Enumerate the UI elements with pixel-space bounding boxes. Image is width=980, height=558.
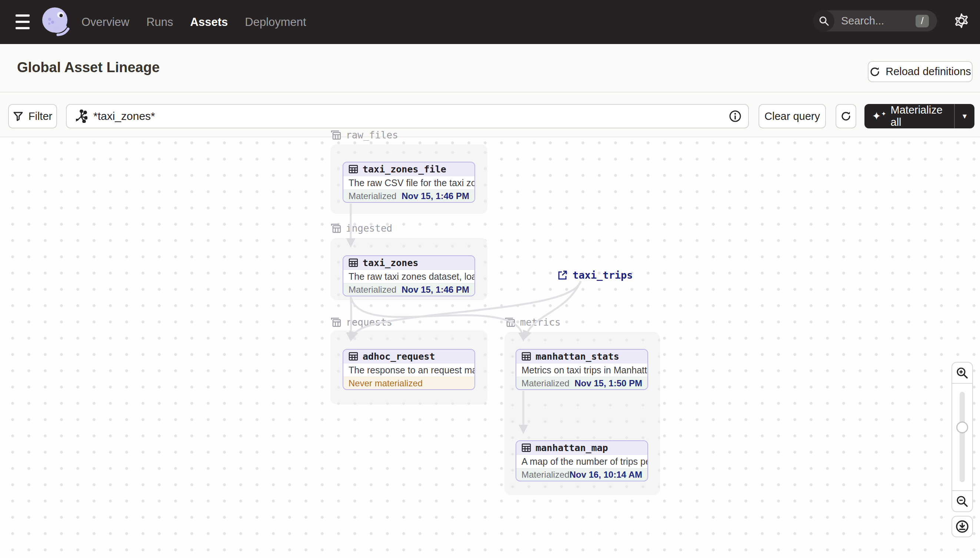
status-label: Materialized — [349, 284, 396, 295]
reload-definitions-button[interactable]: Reload definitions — [868, 61, 973, 82]
asset-node-taxi_zones_file[interactable]: taxi_zones_file The raw CSV file for the… — [343, 162, 475, 203]
zoom-controls — [952, 362, 973, 512]
refresh-graph-button[interactable] — [835, 104, 856, 128]
menu-icon[interactable] — [16, 15, 30, 29]
lineage-canvas[interactable] — [0, 138, 980, 558]
filter-funnel-icon — [13, 111, 23, 121]
materialize-dropdown-caret[interactable]: ▾ — [955, 112, 975, 121]
asset-node-adhoc_request[interactable]: adhoc_request The response to an request… — [343, 349, 475, 390]
asset-node-taxi_zones[interactable]: taxi_zones The raw taxi zones dataset, l… — [343, 255, 475, 296]
asset-node-header: adhoc_request — [343, 350, 474, 363]
nav-runs[interactable]: Runs — [146, 16, 173, 29]
nav-items: Overview Runs Assets Deployment — [81, 0, 306, 44]
group-table-icon — [504, 317, 516, 328]
asset-description: The raw CSV file for the taxi zones dat.… — [343, 176, 474, 189]
zoom-in-icon — [956, 367, 968, 379]
asset-description: A map of the number of trips per taxi z.… — [516, 455, 647, 468]
table-icon — [522, 443, 531, 453]
nav-assets[interactable]: Assets — [190, 16, 228, 29]
materialization-timestamp[interactable]: Nov 15, 1:46 PM — [402, 191, 469, 201]
reload-icon — [869, 66, 880, 77]
asset-description: Metrics on taxi trips in Manhattan — [516, 363, 647, 377]
zoom-slider-thumb[interactable] — [956, 422, 968, 433]
filter-button[interactable]: Filter — [8, 104, 57, 128]
search-input[interactable]: Search... / — [813, 10, 937, 31]
table-icon — [349, 351, 358, 361]
zoom-out-icon — [956, 495, 968, 508]
asset-description: The raw taxi zones dataset, loaded int..… — [343, 270, 474, 283]
materialize-all-button[interactable]: ✦✦ Materialize all ▾ — [865, 104, 975, 128]
asset-node-manhattan_stats[interactable]: manhattan_stats Metrics on taxi trips in… — [516, 349, 648, 390]
asset-name: manhattan_map — [535, 443, 608, 453]
asset-node-header: taxi_zones_file — [343, 162, 474, 176]
sparkle-icon: ✦✦ — [872, 111, 886, 122]
dagster-logo-icon[interactable] — [39, 5, 72, 38]
asset-graph-query-icon — [74, 110, 87, 123]
asset-query-field[interactable] — [66, 104, 749, 128]
asset-query-input[interactable] — [93, 110, 729, 123]
zoom-in-button[interactable] — [952, 363, 972, 384]
group-table-icon — [330, 223, 341, 234]
group-label-requests[interactable]: requests — [330, 317, 392, 328]
table-icon — [349, 164, 358, 174]
asset-name: adhoc_request — [362, 351, 435, 362]
group-label-metrics[interactable]: metrics — [504, 317, 561, 328]
external-link-icon — [557, 270, 567, 281]
asset-status-bar: Materialized Nov 16, 10:14 AM — [516, 468, 647, 481]
page-header: Global Asset Lineage Reload definitions — [0, 44, 980, 92]
asset-name: taxi_zones — [362, 258, 418, 268]
lineage-toolbar: Filter Clear query — [0, 92, 980, 137]
materialization-timestamp[interactable]: Nov 15, 1:50 PM — [575, 378, 642, 389]
asset-node-header: manhattan_stats — [516, 350, 647, 363]
zoom-slider-track[interactable] — [960, 392, 965, 482]
group-label-raw_files[interactable]: raw_files — [330, 130, 398, 141]
download-icon — [955, 520, 969, 533]
download-graph-button[interactable] — [952, 516, 973, 537]
asset-status-bar: Materialized Nov 15, 1:46 PM — [343, 189, 474, 202]
asset-node-header: taxi_zones — [343, 256, 474, 270]
search-icon — [813, 10, 835, 31]
group-table-icon — [330, 130, 341, 141]
page-title: Global Asset Lineage — [17, 59, 160, 75]
external-asset-taxi_trips[interactable]: taxi_trips — [557, 269, 633, 281]
asset-node-manhattan_map[interactable]: manhattan_map A map of the number of tri… — [516, 440, 648, 481]
asset-description: The response to an request made in th... — [343, 363, 474, 377]
status-label: Materialized — [522, 469, 569, 480]
asset-status-bar: Materialized Nov 15, 1:46 PM — [343, 283, 474, 295]
materialization-timestamp[interactable]: Nov 16, 10:14 AM — [569, 469, 642, 480]
search-shortcut-badge: / — [916, 15, 929, 27]
group-table-icon — [330, 317, 341, 328]
top-nav: Overview Runs Assets Deployment Search..… — [0, 0, 980, 44]
table-icon — [522, 351, 531, 361]
asset-node-header: manhattan_map — [516, 441, 647, 455]
asset-status-bar: Materialized Nov 15, 1:50 PM — [516, 377, 647, 389]
asset-status-bar: Never materialized — [343, 377, 474, 389]
dagster-global-asset-lineage: Overview Runs Assets Deployment Search..… — [0, 0, 980, 558]
zoom-out-button[interactable] — [952, 490, 972, 511]
materialization-timestamp[interactable]: Nov 15, 1:46 PM — [402, 284, 469, 295]
search-placeholder: Search... — [841, 15, 916, 27]
zoom-slider[interactable] — [952, 384, 972, 490]
clear-query-button[interactable]: Clear query — [759, 104, 826, 128]
table-icon — [349, 258, 358, 268]
asset-name: taxi_zones_file — [362, 164, 446, 175]
settings-gear-icon[interactable] — [953, 12, 970, 30]
refresh-icon — [840, 111, 852, 122]
status-label: Materialized — [522, 378, 569, 389]
nav-deployment[interactable]: Deployment — [245, 16, 306, 29]
group-label-ingested[interactable]: ingested — [330, 223, 392, 234]
status-label: Never materialized — [349, 378, 423, 389]
nav-overview[interactable]: Overview — [81, 16, 129, 29]
status-label: Materialized — [349, 191, 396, 201]
query-info-icon[interactable] — [729, 110, 741, 123]
asset-name: manhattan_stats — [535, 351, 619, 362]
